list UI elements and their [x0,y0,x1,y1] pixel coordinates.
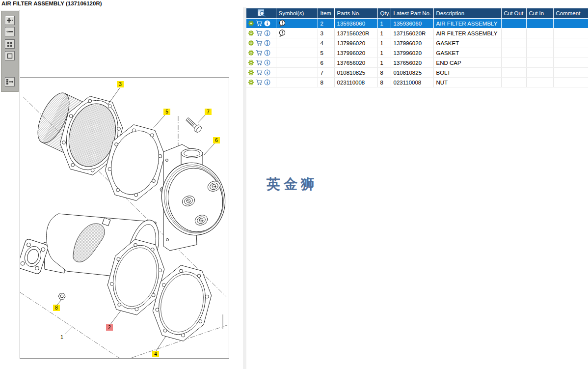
cell-item: 5 [318,48,334,58]
zoom-out-button[interactable] [5,27,15,36]
cell-latest-part-no: 137996020 [391,38,433,48]
info-icon[interactable] [264,20,270,27]
cell-comment [553,38,588,48]
table-header-row: Symbol(s) Item Parts No. Qty. Latest Par… [246,8,588,19]
cell-latest-part-no: 137156020R [391,28,433,38]
cell-qty: 1 [377,19,391,28]
cart-icon[interactable] [256,50,263,56]
table-row[interactable]: 5 137996020 1 137996020 GASKET [246,48,588,58]
table-row[interactable]: 4 137996020 1 137996020 GASKET [246,38,588,48]
table-row[interactable]: 8 023110008 8 023110008 NUT [246,78,588,87]
fit-view-button[interactable] [5,51,15,60]
column-header-qty[interactable]: Qty. [377,8,391,19]
cell-item: 2 [318,19,334,28]
cell-comment [553,48,588,58]
cart-icon[interactable] [256,40,263,46]
cart-icon[interactable] [256,30,263,36]
info-icon[interactable] [264,79,270,85]
cell-description: BOLT [433,68,501,78]
pane-splitter[interactable] [243,7,246,369]
part-label-8[interactable]: 8 [53,305,60,311]
column-header-symbols[interactable]: Symbol(s) [276,8,318,19]
cell-cut-out [501,48,526,58]
diagram-canvas[interactable]: 3 5 7 6 8 2 4 1 [20,77,229,359]
info-icon[interactable] [264,30,270,36]
cell-cut-out [501,68,526,78]
table-row[interactable]: 6 137656020 1 137656020 END CAP [246,58,588,68]
cart-icon[interactable] [256,20,263,27]
gear-icon[interactable] [248,50,254,56]
zoom-in-button[interactable] [5,16,15,25]
cell-cut-in [526,68,553,78]
info-icon[interactable] [264,59,270,66]
cell-qty: 8 [377,78,391,87]
balloon-icon[interactable] [279,20,286,28]
cart-icon[interactable] [256,59,263,66]
cell-latest-part-no: 023110008 [391,78,433,87]
gear-icon[interactable] [248,79,254,85]
column-header-cut-in[interactable]: Cut In [526,8,553,19]
cell-qty: 1 [377,38,391,48]
part-label-2[interactable]: 2 [106,324,113,331]
cell-parts-no: 135936060 [334,19,377,28]
find-in-page-icon [258,9,266,17]
info-icon[interactable] [264,69,270,76]
diagram-toolbar-strip [1,11,19,92]
cell-cut-in [526,28,553,38]
cell-comment [553,19,588,28]
cell-cut-out [501,19,526,28]
table-row[interactable]: 3 137156020R 1 137156020R AIR FILTER ASS… [246,28,588,38]
part-label-5[interactable]: 5 [163,109,170,115]
info-icon[interactable] [264,40,270,46]
toggle-panel-icon [6,79,14,85]
part-label-6[interactable]: 6 [213,137,220,143]
gear-icon[interactable] [248,40,254,46]
cell-description: GASKET [433,38,501,48]
cell-cut-out [501,78,526,87]
cart-icon[interactable] [256,79,263,85]
balloon-icon[interactable] [279,29,286,37]
info-icon[interactable] [264,50,270,56]
column-header-actions[interactable] [246,8,276,19]
part-label-7[interactable]: 7 [205,109,212,115]
page-title: AIR FILTER ASSEMBLY (137106120R) [1,0,102,6]
cell-cut-out [501,58,526,68]
zoom-out-icon [6,28,14,35]
cell-parts-no: 023110008 [334,78,377,87]
column-header-cut-out[interactable]: Cut Out [501,8,526,19]
cell-item: 6 [318,58,334,68]
column-header-parts-no[interactable]: Parts No. [334,8,377,19]
column-header-description[interactable]: Description [433,8,501,19]
cart-icon[interactable] [256,69,263,76]
column-header-latest-part-no[interactable]: Latest Part No. [391,8,433,19]
parts-catalog-app: AIR FILTER ASSEMBLY (137106120R) [0,0,588,369]
cell-description: END CAP [433,58,501,68]
exploded-view-drawing [20,78,229,358]
gear-icon[interactable] [248,59,254,66]
cell-qty: 1 [377,58,391,68]
part-label-4[interactable]: 4 [152,351,159,357]
toggle-panel-button[interactable] [5,77,15,86]
parts-table-panel: Symbol(s) Item Parts No. Qty. Latest Par… [246,8,588,87]
cell-item: 7 [318,68,334,78]
gear-icon[interactable] [248,30,254,36]
cell-item: 4 [318,38,334,48]
cell-description: AIR FILTER ASSEMBLY [433,19,501,28]
cell-description: GASKET [433,48,501,58]
column-header-comment[interactable]: Comment [553,8,588,19]
cell-parts-no: 137996020 [334,38,377,48]
column-header-item[interactable]: Item [318,8,334,19]
cell-qty: 8 [377,68,391,78]
tile-view-icon [7,41,13,47]
cell-cut-in [526,78,553,87]
tile-view-button[interactable] [5,39,15,49]
cell-description: AIR FILTER ASSEMBLY [433,28,501,38]
table-row[interactable]: 7 010810825 8 010810825 BOLT [246,68,588,78]
cell-description: NUT [433,78,501,87]
cell-item: 8 [318,78,334,87]
gear-icon[interactable] [248,20,254,27]
cell-parts-no: 137156020R [334,28,377,38]
part-label-3[interactable]: 3 [117,81,124,87]
gear-icon[interactable] [248,69,254,76]
table-row[interactable]: 2 135936060 1 135936060 AIR FILTER ASSEM… [246,19,588,28]
